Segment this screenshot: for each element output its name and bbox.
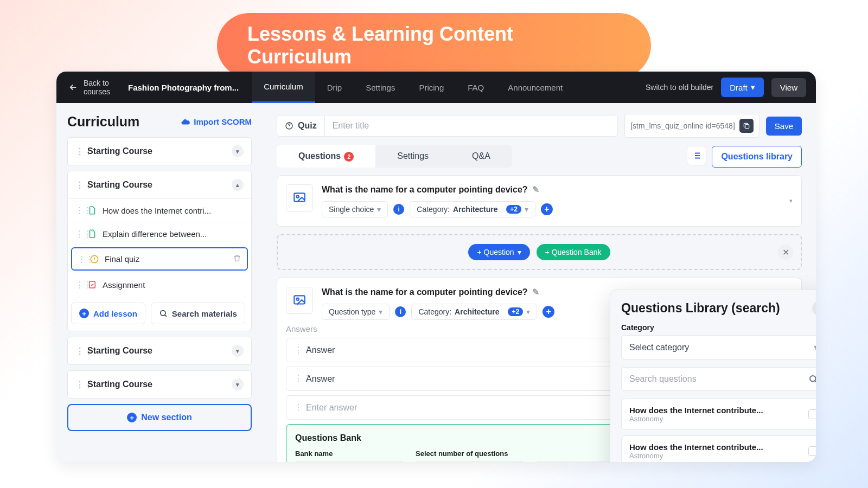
svg-point-6 <box>297 196 299 198</box>
help-icon <box>285 121 293 130</box>
checkbox[interactable] <box>808 446 816 456</box>
tab-settings[interactable]: Settings <box>354 72 407 103</box>
lesson-item[interactable]: ⋮⋮Assignment <box>68 273 251 296</box>
trash-icon[interactable] <box>233 254 241 264</box>
lesson-item-selected[interactable]: ⋮⋮Final quiz <box>71 247 248 271</box>
info-icon[interactable]: i <box>393 204 404 215</box>
section-2[interactable]: ⋮⋮Starting Course▴ <box>68 171 251 198</box>
chevron-down-icon: ▾ <box>526 307 530 316</box>
shortcode-display: [stm_lms_quiz_online id=6548] <box>624 114 760 138</box>
close-icon[interactable]: ✕ <box>812 301 816 316</box>
tab-announcement[interactable]: Announcement <box>496 72 575 103</box>
question-type-select[interactable]: Question type▾ <box>322 304 390 320</box>
bank-number-input[interactable]: 10 <box>416 461 524 462</box>
library-item-title: How does the Internet contribute... <box>629 406 763 415</box>
content-area: Quiz Enter title [stm_lms_quiz_online id… <box>263 103 816 462</box>
library-item[interactable]: How does the Internet contribute...Astro… <box>621 399 816 430</box>
drag-handle-icon[interactable]: ⋮⋮ <box>75 180 82 190</box>
question-image-placeholder[interactable] <box>286 287 313 314</box>
chevron-down-icon: ▾ <box>518 248 521 256</box>
chevron-up-icon[interactable]: ▴ <box>232 179 244 191</box>
import-scorm-label: Import SCORM <box>194 117 252 126</box>
tab-faq[interactable]: FAQ <box>456 72 496 103</box>
cloud-upload-icon <box>181 117 190 127</box>
lesson-item[interactable]: ⋮⋮Explain difference between... <box>68 222 251 245</box>
tab-curriculum[interactable]: Curriculum <box>252 72 315 103</box>
lesson-label: Final quiz <box>105 254 139 264</box>
close-icon[interactable]: ✕ <box>778 245 793 260</box>
add-category-button[interactable]: + <box>541 203 553 215</box>
lesson-item[interactable]: ⋮⋮How does the Internet contri... <box>68 198 251 222</box>
chevron-down-icon: ▾ <box>751 82 755 92</box>
questions-library-button[interactable]: Questions library <box>712 146 802 168</box>
collapse-toggle[interactable]: ▾ <box>789 197 793 204</box>
lesson-label: Explain difference between... <box>103 229 207 239</box>
info-icon[interactable]: i <box>395 306 406 317</box>
drag-handle-icon[interactable]: ⋮⋮ <box>294 374 301 384</box>
switch-builder-link[interactable]: Switch to old builder <box>646 83 713 92</box>
edit-icon[interactable]: ✎ <box>532 287 539 297</box>
drag-handle-icon[interactable]: ⋮⋮ <box>78 254 84 264</box>
add-question-button[interactable]: + Question ▾ <box>468 244 529 260</box>
new-section-button[interactable]: +New section <box>67 404 252 431</box>
library-item-title: How does the Internet contribute... <box>629 442 763 452</box>
search-materials-button[interactable]: Search materials <box>151 303 245 324</box>
edit-icon[interactable]: ✎ <box>532 184 539 195</box>
draft-button[interactable]: Draft▾ <box>721 78 764 97</box>
topbar: Back to courses Fashion Photography from… <box>56 72 816 103</box>
back-to-courses[interactable]: Back to courses <box>56 79 128 96</box>
library-item[interactable]: How does the Internet contribute...Astro… <box>621 435 816 462</box>
question-category-select[interactable]: Category:Architecture +2▾ <box>410 201 535 217</box>
drag-handle-icon[interactable]: ⋮⋮ <box>75 380 82 390</box>
extra-count-badge: +2 <box>508 307 523 316</box>
sidebar: Curriculum Import SCORM ⋮⋮Starting Cours… <box>56 103 263 462</box>
chevron-down-icon[interactable]: ▾ <box>232 345 244 357</box>
drag-handle-icon[interactable]: ⋮⋮ <box>294 402 301 413</box>
reorder-button[interactable] <box>687 146 706 165</box>
add-category-button[interactable]: + <box>542 306 554 318</box>
tab-pricing[interactable]: Pricing <box>407 72 456 103</box>
tab-qa[interactable]: Q&A <box>450 145 512 168</box>
quiz-title-input[interactable]: Enter title <box>325 115 618 137</box>
copy-icon[interactable] <box>739 119 754 133</box>
library-item-subtitle: Astronomy <box>629 415 763 423</box>
chevron-down-icon[interactable]: ▾ <box>232 145 244 157</box>
section-3[interactable]: ⋮⋮Starting Course▾ <box>68 337 251 364</box>
drag-handle-icon[interactable]: ⋮⋮ <box>75 346 82 356</box>
drag-handle-icon[interactable]: ⋮⋮ <box>75 229 82 239</box>
import-scorm-button[interactable]: Import SCORM <box>181 117 252 127</box>
chevron-down-icon[interactable]: ▾ <box>232 378 244 390</box>
view-button[interactable]: View <box>771 78 806 97</box>
question-type-select[interactable]: Single choice▾ <box>322 201 388 217</box>
section-4[interactable]: ⋮⋮Starting Course▾ <box>68 371 251 398</box>
svg-point-9 <box>810 376 816 382</box>
tab-questions[interactable]: Questions2 <box>277 145 375 168</box>
drag-handle-icon[interactable]: ⋮⋮ <box>75 280 82 290</box>
question-image-placeholder[interactable] <box>286 184 313 211</box>
add-lesson-button[interactable]: +Add lesson <box>71 303 145 324</box>
section-label: Starting Course <box>87 346 152 356</box>
plus-icon: + <box>127 413 137 422</box>
drag-handle-icon[interactable]: ⋮⋮ <box>75 146 82 157</box>
list-icon <box>692 151 701 160</box>
add-question-bank-button[interactable]: + Question Bank <box>537 244 610 260</box>
bank-name-input[interactable]: Enter bank name <box>295 461 404 462</box>
library-title: Questions Library (search) <box>621 301 780 316</box>
chevron-down-icon: ▾ <box>377 205 381 214</box>
questions-count-badge: 2 <box>344 152 354 162</box>
quiz-type-label: Quiz <box>277 115 325 137</box>
library-category-select[interactable]: Select category▾ <box>621 335 816 359</box>
tab-drip[interactable]: Drip <box>315 72 354 103</box>
checkbox[interactable] <box>808 409 816 419</box>
drag-handle-icon[interactable]: ⋮⋮ <box>294 345 301 355</box>
section-label: Starting Course <box>87 146 152 156</box>
svg-point-2 <box>161 311 165 316</box>
library-search-input[interactable]: Search questions <box>621 367 816 391</box>
question-category-select[interactable]: Category:Architecture +2▾ <box>411 304 537 320</box>
chevron-down-icon: ▾ <box>814 342 816 352</box>
tab-quiz-settings[interactable]: Settings <box>375 145 450 168</box>
section-1[interactable]: ⋮⋮Starting Course▾ <box>68 138 251 165</box>
lesson-label: Assignment <box>103 280 145 290</box>
drag-handle-icon[interactable]: ⋮⋮ <box>75 206 82 215</box>
save-button[interactable]: Save <box>766 117 802 136</box>
